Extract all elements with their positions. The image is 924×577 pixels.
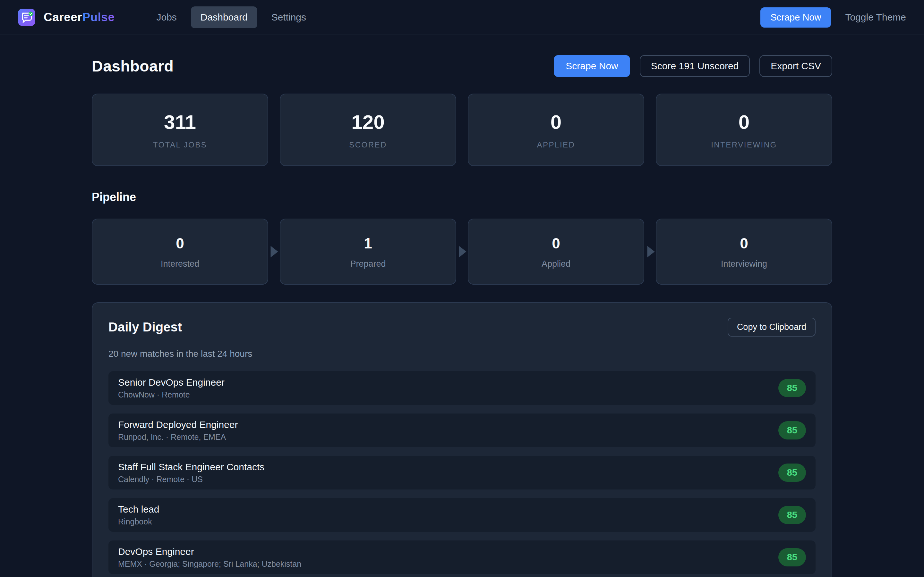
stat-value: 311 [164, 111, 196, 133]
job-title: Forward Deployed Engineer [118, 419, 238, 430]
score-badge: 85 [779, 421, 806, 440]
stat-label: APPLIED [537, 140, 575, 149]
stat-card-total-jobs: 311 TOTAL JOBS [92, 93, 268, 166]
stat-card-applied: 0 APPLIED [468, 93, 644, 166]
stat-card-interviewing: 0 INTERVIEWING [656, 93, 832, 166]
pipeline-value: 0 [552, 235, 560, 252]
stats-grid: 311 TOTAL JOBS 120 SCORED 0 APPLIED 0 IN… [92, 93, 832, 166]
job-title: Senior DevOps Engineer [118, 377, 225, 388]
arrow-right-icon [271, 246, 278, 258]
chat-bubble-icon [19, 10, 34, 24]
job-row[interactable]: DevOps Engineer MEMX · Georgia; Singapor… [108, 540, 816, 574]
brand-primary: Career [44, 11, 82, 24]
stat-label: SCORED [349, 140, 387, 149]
pipeline-section-title: Pipeline [92, 190, 832, 204]
pipeline-value: 0 [740, 235, 748, 252]
pipeline-card-interested: 0 Interested [92, 219, 268, 285]
app-window: CareerPulse Jobs Dashboard Settings Scra… [0, 0, 924, 577]
daily-digest-card: Daily Digest Copy to Clipboard 20 new ma… [92, 302, 832, 577]
stat-label: INTERVIEWING [711, 140, 777, 149]
job-title: Staff Full Stack Engineer Contacts [118, 461, 264, 472]
job-company: Ringbook [118, 517, 159, 526]
arrow-right-icon [648, 246, 655, 258]
job-list: Senior DevOps Engineer ChowNow · Remote … [108, 371, 816, 577]
score-badge: 85 [779, 464, 806, 482]
pipeline-card-interviewing: 0 Interviewing [656, 219, 832, 285]
job-company: MEMX · Georgia; Singapore; Sri Lanka; Uz… [118, 559, 301, 569]
stat-value: 0 [738, 111, 750, 133]
pipeline-value: 0 [176, 235, 184, 252]
nav-item-dashboard[interactable]: Dashboard [191, 6, 257, 28]
brand-wordmark: CareerPulse [44, 11, 115, 24]
pipeline-section: 0 Interested 1 Prepared 0 Applied 0 Inte… [92, 219, 832, 285]
score-unscored-button[interactable]: Score 191 Unscored [640, 55, 750, 77]
job-row[interactable]: Senior DevOps Engineer ChowNow · Remote … [108, 371, 816, 405]
app-logo [18, 9, 35, 26]
job-company: ChowNow · Remote [118, 390, 225, 400]
nav-item-settings[interactable]: Settings [262, 6, 316, 28]
scrape-now-button[interactable]: Scrape Now [554, 55, 630, 77]
daily-digest-header: Daily Digest Copy to Clipboard [108, 318, 816, 337]
job-info: Staff Full Stack Engineer Contacts Calen… [118, 461, 264, 484]
job-row[interactable]: Forward Deployed Engineer Runpod, Inc. ·… [108, 414, 816, 447]
stat-value: 0 [551, 111, 561, 133]
check-badge-icon [29, 11, 33, 16]
page-title: Dashboard [92, 57, 174, 75]
job-row[interactable]: Tech lead Ringbook 85 [108, 498, 816, 532]
nav-item-jobs[interactable]: Jobs [147, 6, 186, 28]
main-content: Dashboard Scrape Now Score 191 Unscored … [92, 55, 832, 577]
score-badge: 85 [779, 548, 806, 566]
pipeline-card-applied: 0 Applied [468, 219, 644, 285]
pipeline-label: Applied [541, 259, 570, 269]
job-info: Senior DevOps Engineer ChowNow · Remote [118, 377, 225, 400]
score-badge: 85 [779, 506, 806, 524]
arrow-right-icon [459, 246, 467, 258]
nav-scrape-now-button[interactable]: Scrape Now [760, 7, 831, 27]
score-badge: 85 [779, 379, 806, 397]
job-title: Tech lead [118, 504, 159, 515]
job-info: DevOps Engineer MEMX · Georgia; Singapor… [118, 546, 301, 569]
brand-secondary: Pulse [82, 11, 115, 24]
pipeline-label: Interviewing [721, 259, 767, 269]
pipeline-card-prepared: 1 Prepared [280, 219, 456, 285]
job-row[interactable]: Staff Full Stack Engineer Contacts Calen… [108, 456, 816, 490]
job-info: Tech lead Ringbook [118, 504, 159, 526]
job-info: Forward Deployed Engineer Runpod, Inc. ·… [118, 419, 238, 442]
nav-links: Jobs Dashboard Settings [147, 6, 316, 28]
pipeline-value: 1 [364, 235, 372, 252]
stat-value: 120 [351, 111, 384, 133]
export-csv-button[interactable]: Export CSV [759, 55, 832, 77]
daily-digest-subtitle: 20 new matches in the last 24 hours [108, 349, 816, 359]
pipeline-label: Interested [161, 259, 199, 269]
stat-label: TOTAL JOBS [153, 140, 207, 149]
toggle-theme-button[interactable]: Toggle Theme [845, 12, 906, 23]
top-navbar: CareerPulse Jobs Dashboard Settings Scra… [0, 0, 924, 35]
copy-to-clipboard-button[interactable]: Copy to Clipboard [728, 318, 816, 337]
page-header: Dashboard Scrape Now Score 191 Unscored … [92, 55, 832, 77]
header-actions: Scrape Now Score 191 Unscored Export CSV [554, 55, 832, 77]
daily-digest-title: Daily Digest [108, 320, 182, 334]
stat-card-scored: 120 SCORED [280, 93, 456, 166]
job-company: Calendly · Remote - US [118, 474, 264, 484]
job-company: Runpod, Inc. · Remote, EMEA [118, 432, 238, 442]
job-title: DevOps Engineer [118, 546, 301, 557]
pipeline-label: Prepared [350, 259, 386, 269]
